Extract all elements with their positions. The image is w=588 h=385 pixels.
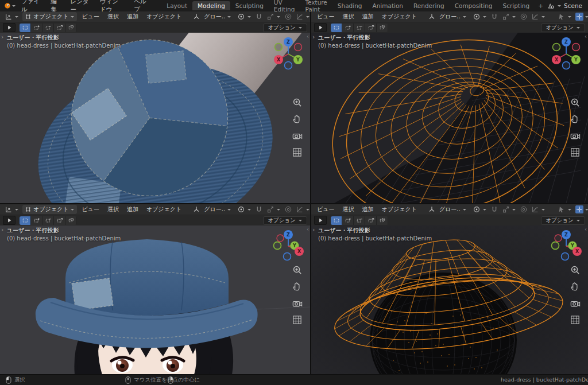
select-mode-intersect[interactable] [65,24,77,32]
navigation-gizmo[interactable]: Z Y X [270,228,306,263]
tab-compositing[interactable]: Compositing [450,1,498,10]
proportional-editing-icon[interactable] [520,13,528,21]
pan-hand-icon[interactable] [570,114,581,125]
select-mode-extend[interactable] [342,216,354,225]
select-mode-extend[interactable] [31,24,42,32]
snap-magnet-icon[interactable] [255,205,263,213]
menu-add[interactable]: 追加 [358,13,377,21]
editor-type-button[interactable] [2,205,21,214]
select-mode-subtract[interactable] [354,24,365,32]
tab-rendering[interactable]: Rendering [408,1,450,10]
menu-view[interactable]: ビュー [78,205,102,213]
menu-select[interactable]: 選択 [104,13,122,21]
snap-target-selector[interactable] [500,205,519,214]
falloff-selector[interactable] [293,205,310,214]
select-mode-invert[interactable] [365,24,377,32]
perspective-grid-icon[interactable] [292,314,303,325]
menu-add[interactable]: 追加 [123,13,142,21]
select-mode-subtract[interactable] [42,24,54,32]
pan-hand-icon[interactable] [292,114,303,125]
menu-object[interactable]: オブジェクト [378,13,420,21]
pan-hand-icon[interactable] [292,281,303,292]
viewport-3d-solid-front[interactable]: › ユーザー・平行投影 (0) head-dress | bucketHat-p… [0,225,310,375]
add-workspace-button[interactable]: + [535,1,547,10]
options-button[interactable]: オプション [541,216,585,225]
proportional-editing-icon[interactable] [284,205,292,213]
perspective-grid-icon[interactable] [570,314,581,325]
toolbar-expand-arrow[interactable]: › [312,33,315,41]
viewport-3d-solid-top[interactable]: › ユーザー・平行投影 (0) head-dress | bucketHat-p… [0,33,310,203]
orientation-selector[interactable]: グロー.. [202,205,234,214]
toolbar-expand-arrow[interactable]: › [312,226,315,234]
sidebar-toggle-arrow[interactable]: ‹ [307,226,309,232]
sidebar-toggle-arrow[interactable]: ‹ [585,33,587,40]
menu-view[interactable]: ビュー [314,205,338,213]
navigation-gizmo[interactable]: Z Y X [548,35,584,71]
sidebar-toggle-arrow[interactable]: ‹ [307,33,309,40]
snap-target-selector[interactable] [500,12,519,21]
select-mode-invert[interactable] [54,24,65,32]
menu-select[interactable]: 選択 [104,205,122,213]
snap-magnet-icon[interactable] [490,205,498,213]
menu-add[interactable]: 追加 [358,205,377,213]
tool-fallback-button[interactable] [314,23,327,32]
pivot-selector[interactable] [470,205,489,214]
mode-selector[interactable]: オブジェクト [22,12,77,21]
menu-view[interactable]: ビュー [314,13,338,21]
select-mode-invert[interactable] [54,216,65,225]
zoom-icon[interactable] [292,265,303,275]
pivot-selector[interactable] [470,12,489,21]
camera-view-icon[interactable] [570,298,581,309]
select-mode-intersect[interactable] [377,216,388,225]
viewport-3d-wireframe-front[interactable]: › ユーザー・平行投影 (0) head-dress | bucketHat-p… [311,225,588,375]
orientation-selector[interactable]: グロー.. [437,12,469,21]
toolbar-expand-arrow[interactable]: › [1,33,3,41]
options-button[interactable]: オプション [263,24,307,32]
tool-fallback-button[interactable] [3,23,16,32]
camera-view-icon[interactable] [292,130,303,141]
select-mode-new[interactable] [331,216,342,225]
options-button[interactable]: オプション [541,24,585,32]
tab-animation[interactable]: Animation [367,1,408,10]
tab-shading[interactable]: Shading [332,1,368,10]
tab-layout[interactable]: Layout [161,1,192,10]
select-mode-new[interactable] [20,216,31,225]
object-visibility-selector[interactable] [555,12,574,21]
proportional-editing-icon[interactable] [284,13,292,21]
falloff-selector[interactable] [293,12,310,21]
sidebar-toggle-arrow[interactable]: ‹ [585,226,587,232]
perspective-grid-icon[interactable] [292,147,303,158]
blender-logo-icon[interactable] [3,2,11,10]
menu-object[interactable]: オブジェクト [143,13,185,21]
show-gizmos-toggle[interactable] [575,205,583,213]
tab-sculpting[interactable]: Sculpting [230,1,269,10]
object-visibility-selector[interactable] [555,205,574,214]
viewport-3d-wireframe-top[interactable]: › ユーザー・平行投影 (0) head-dress | bucketHat-p… [311,33,588,203]
select-mode-new[interactable] [20,24,31,32]
perspective-grid-icon[interactable] [570,147,581,158]
menu-object[interactable]: オブジェクト [143,205,185,213]
snap-target-selector[interactable] [264,205,283,214]
toolbar-expand-arrow[interactable]: › [1,226,3,234]
snap-magnet-icon[interactable] [255,13,263,21]
select-mode-intersect[interactable] [65,216,77,225]
tab-scripting[interactable]: Scripting [497,1,535,10]
zoom-icon[interactable] [292,97,303,108]
tool-fallback-button[interactable] [3,216,16,225]
menu-select[interactable]: 選択 [339,205,357,213]
zoom-icon[interactable] [570,97,581,108]
scene-icon[interactable] [547,2,555,10]
camera-view-icon[interactable] [292,298,303,309]
navigation-gizmo[interactable]: Z Y X [270,35,306,71]
select-mode-invert[interactable] [365,216,377,225]
navigation-gizmo[interactable]: Z Y X [548,228,584,263]
menu-view[interactable]: ビュー [78,13,102,21]
falloff-selector[interactable] [529,12,548,21]
menu-object[interactable]: オブジェクト [378,205,420,213]
select-mode-subtract[interactable] [354,216,365,225]
scene-name[interactable]: Scene [564,2,582,9]
orientation-selector[interactable]: グロー.. [437,205,469,214]
select-mode-new[interactable] [331,24,342,32]
pivot-selector[interactable] [235,12,254,21]
pan-hand-icon[interactable] [570,281,581,292]
